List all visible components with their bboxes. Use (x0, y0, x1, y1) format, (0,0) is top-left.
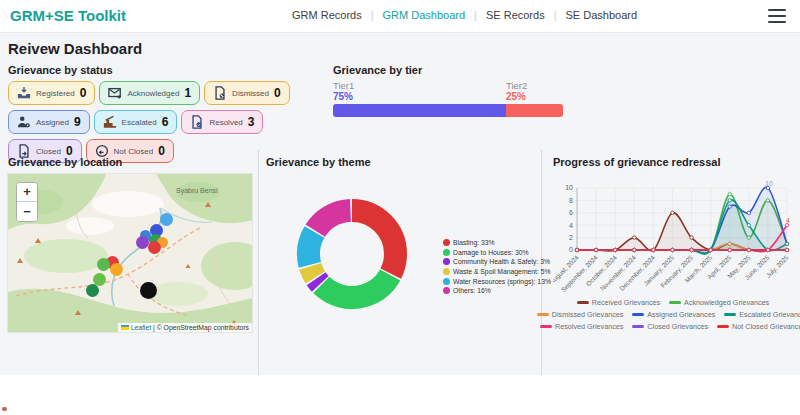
progress-legend-item-closed-grievances[interactable]: Closed Grievances (632, 322, 708, 331)
theme-legend-item[interactable]: Damage to Houses: 30% (443, 248, 551, 258)
data-point (613, 248, 616, 251)
data-point (575, 248, 578, 251)
progress-legend-item-dismissed-grievances[interactable]: Dismissed Grievances (537, 310, 624, 319)
legend-dash-icon (577, 301, 589, 304)
status-card-count: 0 (274, 86, 281, 100)
grievance-map[interactable]: + − Syabru Bensi Leaflet | © OpenStreetM… (8, 174, 252, 332)
nav-se-dashboard[interactable]: SE Dashboard (566, 9, 638, 21)
legend-label: Damage to Houses: 30% (453, 249, 529, 256)
status-card-count: 6 (162, 115, 169, 129)
map-marker[interactable] (160, 213, 173, 226)
nav-se-records[interactable]: SE Records (486, 9, 545, 21)
legend-label: Dismissed Grievances (552, 310, 624, 319)
legend-label: Acknowledged Grievances (684, 298, 769, 307)
legend-label: Escalated Grievances (739, 310, 800, 319)
data-point (652, 248, 655, 251)
progress-legend-item-acknowledged-grievances[interactable]: Acknowledged Grievances (669, 298, 769, 307)
hamburger-menu-icon[interactable] (768, 9, 786, 23)
map-marker[interactable] (97, 258, 110, 271)
envelope-icon (108, 86, 122, 100)
status-card-label: Acknowledged (127, 89, 179, 98)
status-card-assigned: Assigned9 (8, 110, 90, 134)
leaflet-link[interactable]: Leaflet (131, 324, 151, 331)
data-point (728, 199, 731, 202)
legend-dot-icon (443, 258, 450, 265)
legend-dash-icon (632, 313, 644, 316)
tier2-value: 25% (506, 91, 526, 102)
dashboard-page: GRM+SE Toolkit GRM Records|GRM Dashboard… (0, 0, 800, 415)
theme-legend-item[interactable]: Community Health & Safety: 3% (443, 257, 551, 267)
legend-label: Water Resources (springs): 13% (453, 278, 551, 285)
legend-dash-icon (540, 325, 552, 328)
legend-dot-icon (443, 278, 450, 285)
nav-grm-dashboard[interactable]: GRM Dashboard (383, 9, 466, 21)
data-point (709, 248, 712, 251)
person-gear-icon (17, 115, 31, 129)
theme-legend-item[interactable]: Waste & Spoil Management: 5% (443, 267, 551, 277)
data-point (766, 186, 769, 189)
status-section-title: Grievance by status (8, 64, 113, 76)
legend-dash-icon (724, 313, 736, 316)
data-point (690, 236, 693, 239)
status-card-escalated: Escalated6 (94, 110, 178, 134)
map-marker[interactable] (136, 236, 149, 249)
progress-legend-item-resolved-grievances[interactable]: Resolved Grievances (540, 322, 623, 331)
stray-mark (2, 407, 7, 411)
data-point (728, 193, 731, 196)
tier1-value: 75% (333, 91, 353, 102)
status-cards: Registered0Acknowledged1Dismissed0Assign… (8, 81, 326, 163)
status-card-label: Assigned (36, 118, 69, 127)
zoom-in-button[interactable]: + (17, 183, 37, 202)
tier-bar-segment-tier1 (333, 104, 506, 117)
progress-legend-item-not-closed-grievances[interactable]: Not Closed Grievances (717, 322, 800, 331)
data-point (633, 236, 636, 239)
legend-dash-icon (669, 301, 681, 304)
theme-legend-item[interactable]: Water Resources (springs): 13% (443, 276, 551, 286)
nav-grm-records[interactable]: GRM Records (292, 9, 362, 21)
tier2-label: Tier2 (506, 80, 527, 91)
map-marker[interactable] (110, 263, 123, 276)
legend-dash-icon (717, 325, 729, 328)
y-tick-label: 2 (569, 234, 573, 241)
theme-legend: Blasting: 33%Damage to Houses: 30%Commun… (443, 238, 551, 296)
location-panel-title: Grievance by location (8, 156, 122, 168)
legend-label: Not Closed Grievances (732, 322, 800, 331)
progress-legend-item-received-grievances[interactable]: Received Grievances (577, 298, 660, 307)
map-place-label: Syabru Bensi (176, 187, 218, 194)
legend-label: Received Grievances (592, 298, 660, 307)
progress-line-chart: 0246810August, 2024September, 2024Octobe… (553, 180, 795, 296)
zoom-out-button[interactable]: − (17, 202, 37, 221)
map-marker[interactable] (140, 282, 157, 299)
progress-legend-item-assigned-grievances[interactable]: Assigned Grievances (632, 310, 715, 319)
status-card-count: 3 (248, 115, 255, 129)
status-card-acknowledged: Acknowledged1 (99, 81, 200, 105)
status-card-label: Resolved (209, 118, 242, 127)
map-marker[interactable] (86, 284, 99, 297)
osm-attribution[interactable]: | © OpenStreetMap contributors (153, 324, 249, 331)
status-card-count: 0 (80, 86, 87, 100)
legend-label: Others: 16% (453, 287, 491, 294)
map-marker[interactable] (148, 241, 161, 254)
legend-label: Waste & Spoil Management: 5% (453, 268, 551, 275)
point-label: 10 (765, 180, 773, 187)
status-card-registered: Registered0 (8, 81, 95, 105)
status-card-count: 0 (158, 144, 165, 158)
tier-progress-bar (333, 104, 563, 117)
map-attribution: Leaflet | © OpenStreetMap contributors (118, 323, 252, 332)
app-header: GRM+SE Toolkit GRM Records|GRM Dashboard… (0, 0, 800, 33)
status-card-dismissed: Dismissed0 (204, 81, 290, 105)
legend-label: Closed Grievances (647, 322, 708, 331)
legend-dot-icon (443, 268, 450, 275)
theme-legend-item[interactable]: Others: 16% (443, 286, 551, 296)
data-point (766, 248, 769, 251)
tier-section-title: Grievance by tier (333, 64, 422, 76)
y-tick-label: 10 (565, 184, 573, 191)
theme-legend-item[interactable]: Blasting: 33% (443, 238, 551, 248)
progress-legend-item-escalated-grievances[interactable]: Escalated Grievances (724, 310, 800, 319)
nav-separator: | (554, 9, 557, 21)
status-card-count: 1 (184, 86, 191, 100)
map-zoom-control: + − (16, 182, 38, 222)
inbox-icon (17, 86, 31, 100)
theme-donut-chart (291, 191, 413, 317)
status-card-label: Registered (36, 89, 75, 98)
